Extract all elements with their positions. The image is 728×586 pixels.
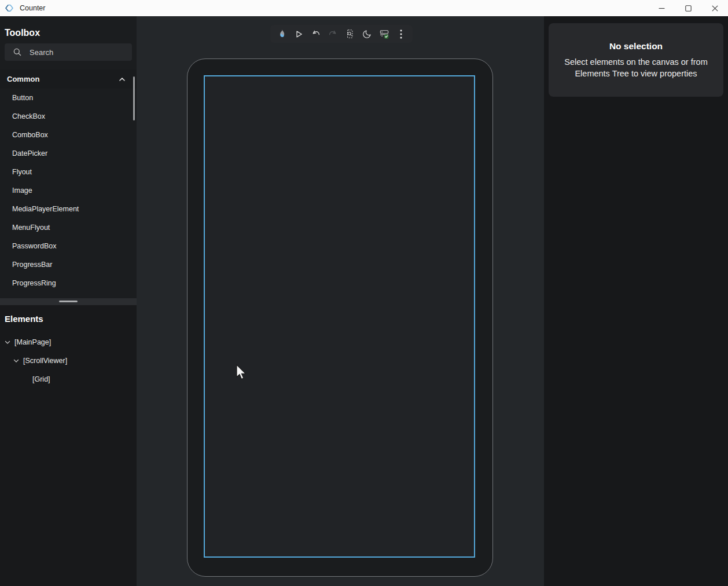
canvas-toolbar (270, 25, 413, 43)
close-icon (712, 5, 718, 12)
toolbox-item-image[interactable]: Image (0, 181, 137, 200)
panel-splitter[interactable] (0, 298, 137, 305)
hot-reload-flame-icon (277, 28, 288, 39)
chevron-up-icon (118, 75, 126, 83)
toolbox-item-button[interactable]: Button (0, 89, 137, 107)
validate-button[interactable] (377, 25, 392, 43)
chevron-down-icon[interactable] (13, 357, 20, 364)
redo-button[interactable] (325, 25, 340, 43)
tree-item-label: [MainPage] (14, 338, 51, 346)
section-label: Common (7, 75, 39, 83)
tree-item-label: [ScrollViewer] (23, 357, 67, 365)
elements-panel: Elements [MainPage] (0, 305, 137, 586)
toolbox-item-datepicker[interactable]: DatePicker (0, 144, 137, 163)
device-frame (187, 58, 493, 577)
redo-icon (328, 29, 338, 39)
toolbox-item-passwordbox[interactable]: PasswordBox (0, 237, 137, 255)
play-icon (293, 29, 304, 39)
toolbox-item-menuflyout[interactable]: MenuFlyout (0, 218, 137, 237)
tree-item-grid[interactable]: [Grid] (0, 370, 137, 389)
toolbox-item-combobox[interactable]: ComboBox (0, 126, 137, 144)
undo-icon (311, 29, 321, 39)
theme-toggle-button[interactable] (359, 25, 374, 43)
no-selection-title: No selection (609, 41, 663, 52)
minimize-icon (659, 5, 665, 12)
theme-moon-icon (362, 29, 372, 39)
play-button[interactable] (291, 25, 306, 43)
tree-item-label: [Grid] (32, 375, 50, 383)
toolbox-item-mediaplayerelement[interactable]: MediaPlayerElement (0, 200, 137, 218)
toolbox-section-common[interactable]: Common (0, 69, 137, 89)
maximize-icon (685, 5, 692, 12)
toolbox-panel: Toolbox Common Button CheckBox ComboBox … (0, 16, 137, 586)
app-logo-icon (5, 3, 14, 13)
elements-tree: [MainPage] [ScrollViewer] [Grid] (0, 333, 137, 389)
toolbox-item-flyout[interactable]: Flyout (0, 163, 137, 181)
window-titlebar: Counter (0, 0, 728, 16)
more-options-button[interactable] (394, 25, 409, 43)
elements-title: Elements (5, 314, 132, 324)
window-title: Counter (20, 4, 45, 12)
toolbox-item-progressring[interactable]: ProgressRing (0, 274, 137, 292)
toolbox-search[interactable] (5, 43, 132, 61)
window-controls (648, 0, 728, 16)
properties-panel: No selection Select elements on the canv… (544, 16, 728, 586)
toolbox-scrollbar[interactable] (133, 76, 135, 120)
tree-item-mainpage[interactable]: [MainPage] (0, 333, 137, 351)
toolbox-item-checkbox[interactable]: CheckBox (0, 107, 137, 126)
design-canvas[interactable] (137, 16, 544, 586)
search-icon (13, 47, 22, 57)
chevron-down-icon[interactable] (4, 339, 11, 346)
no-selection-message: Select elements on the canvas or from El… (554, 56, 718, 79)
hot-reload-button[interactable] (274, 25, 289, 43)
validate-list-icon (378, 28, 390, 40)
tree-item-scrollviewer[interactable]: [ScrollViewer] (0, 351, 137, 370)
app-screen-root[interactable] (204, 75, 475, 558)
toolbox-item-progressbar[interactable]: ProgressBar (0, 255, 137, 274)
undo-button[interactable] (308, 25, 323, 43)
toolbox-title: Toolbox (5, 28, 132, 38)
toolbox-item-list: Button CheckBox ComboBox DatePicker Flyo… (0, 89, 137, 292)
close-button[interactable] (701, 0, 728, 16)
search-input[interactable] (30, 48, 116, 57)
zoom-to-fit-button[interactable] (343, 25, 358, 43)
zoom-to-fit-icon (344, 28, 355, 39)
no-selection-card: No selection Select elements on the canv… (549, 23, 723, 97)
more-options-icon (396, 29, 406, 39)
minimize-button[interactable] (648, 0, 675, 16)
maximize-button[interactable] (675, 0, 701, 16)
